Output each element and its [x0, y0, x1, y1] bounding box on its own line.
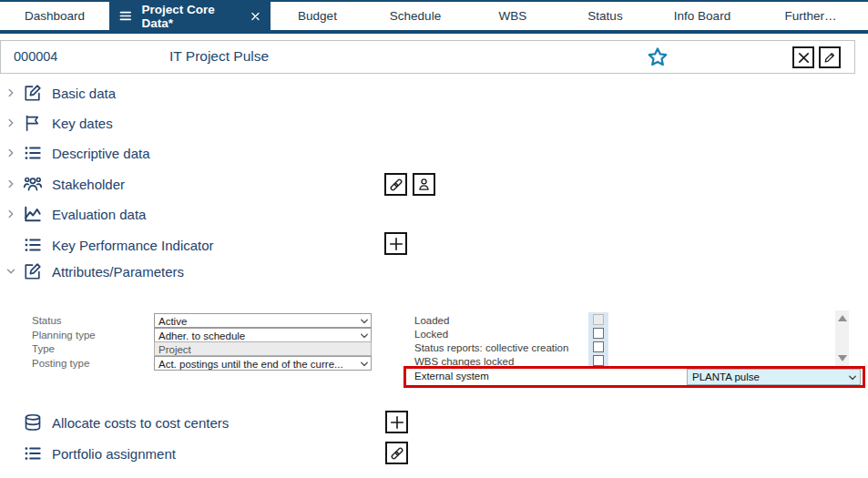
- chevron-right-icon[interactable]: [5, 117, 17, 129]
- plus-icon: [389, 414, 405, 431]
- edit-square-icon: [23, 83, 43, 103]
- loaded-label: Loaded: [414, 314, 587, 328]
- edit-square-icon: [23, 261, 43, 281]
- edit-button[interactable]: [819, 46, 841, 68]
- status-value: Active: [158, 316, 187, 327]
- section-label: Key dates: [52, 116, 113, 131]
- planning-type-label: Planning type: [32, 329, 150, 343]
- tab-dashboard[interactable]: Dashboard: [0, 2, 109, 30]
- pencil-icon: [822, 50, 837, 65]
- tab-budget[interactable]: Budget: [271, 2, 364, 30]
- tab-label: WBS: [499, 9, 527, 23]
- tab-further[interactable]: Further…: [753, 2, 868, 30]
- tab-bar: Dashboard Project Core Data* Budget Sche…: [0, 0, 868, 34]
- status-select[interactable]: Active: [154, 313, 372, 328]
- tab-status[interactable]: Status: [559, 2, 651, 30]
- tab-label: Schedule: [390, 9, 441, 23]
- tab-label: Status: [587, 9, 622, 23]
- flag-icon: [23, 113, 43, 133]
- tab-schedule[interactable]: Schedule: [364, 2, 466, 30]
- database-icon: [23, 412, 43, 432]
- locked-label: Locked: [414, 328, 587, 341]
- people-group-icon: [23, 174, 43, 194]
- external-system-value: PLANTA pulse: [692, 371, 760, 382]
- tab-project-core-data[interactable]: Project Core Data*: [109, 2, 271, 30]
- posting-type-select[interactable]: Act. postings until the end of the curre…: [154, 356, 372, 371]
- vertical-scrollbar[interactable]: [835, 310, 849, 366]
- section-label: Descriptive data: [52, 146, 150, 161]
- planning-type-value: Adher. to schedule: [158, 331, 245, 341]
- section-basic-data[interactable]: Basic data: [0, 82, 868, 104]
- loaded-checkbox: [593, 314, 604, 325]
- section-label: Evaluation data: [52, 207, 146, 222]
- section-key-dates[interactable]: Key dates: [0, 112, 868, 134]
- tab-label: Budget: [298, 9, 337, 23]
- section-label: Key Performance Indicator: [52, 238, 214, 253]
- project-header: 000004 IT Project Pulse: [0, 40, 855, 74]
- close-tab-icon[interactable]: [250, 10, 261, 23]
- tab-info-board[interactable]: Info Board: [651, 2, 753, 30]
- project-id: 000004: [14, 49, 57, 64]
- chevron-down-icon: [360, 360, 369, 369]
- status-label: Status: [32, 314, 150, 329]
- section-allocate-costs[interactable]: Allocate costs to cost centers: [0, 412, 868, 433]
- add-cost-center-button[interactable]: [385, 411, 408, 433]
- area-chart-icon: [23, 204, 43, 224]
- chevron-down-icon: [360, 317, 369, 326]
- chevron-down-icon: [360, 331, 369, 341]
- locked-checkbox[interactable]: [593, 328, 604, 339]
- posting-type-label: Posting type: [32, 357, 150, 371]
- external-system-select[interactable]: PLANTA pulse: [687, 369, 861, 385]
- external-system-highlight: External system PLANTA pulse: [403, 366, 865, 388]
- section-label: Attributes/Parameters: [52, 264, 184, 280]
- section-evaluation-data[interactable]: Evaluation data: [0, 203, 868, 225]
- tab-label: Info Board: [674, 9, 730, 23]
- project-title: IT Project Pulse: [169, 48, 269, 65]
- external-system-label: External system: [414, 371, 489, 381]
- status-reports-checkbox[interactable]: [593, 341, 604, 352]
- section-portfolio-assignment[interactable]: Portfolio assignment: [0, 442, 868, 464]
- scroll-down-arrow-icon[interactable]: [838, 355, 847, 361]
- section-label: Basic data: [52, 86, 116, 101]
- link-portfolio-button[interactable]: [385, 442, 408, 464]
- chevron-right-icon[interactable]: [5, 178, 17, 190]
- delete-button[interactable]: [792, 46, 814, 68]
- section-stakeholder[interactable]: Stakeholder: [0, 173, 868, 195]
- posting-type-value: Act. postings until the end of the curre…: [158, 359, 343, 370]
- link-icon: [389, 445, 405, 462]
- chevron-right-icon[interactable]: [5, 86, 17, 99]
- chevron-right-icon[interactable]: [5, 147, 17, 159]
- favorite-star-icon[interactable]: [647, 46, 669, 68]
- tab-wbs[interactable]: WBS: [466, 2, 559, 30]
- tab-label: Project Core Data*: [142, 3, 241, 30]
- tab-label: Dashboard: [25, 9, 85, 23]
- bulleted-list-icon: [23, 443, 43, 463]
- hamburger-menu-icon[interactable]: [118, 8, 133, 24]
- section-label: Portfolio assignment: [52, 446, 176, 462]
- wbs-changes-locked-checkbox[interactable]: [593, 355, 604, 366]
- add-person-button[interactable]: [413, 173, 435, 196]
- section-attributes-parameters[interactable]: Attributes/Parameters: [0, 260, 868, 282]
- type-value: Project: [158, 344, 191, 355]
- person-icon: [416, 177, 432, 192]
- x-icon: [796, 50, 812, 66]
- planning-type-select[interactable]: Adher. to schedule: [154, 328, 372, 342]
- bulleted-list-icon: [23, 235, 43, 255]
- bulleted-list-icon: [23, 143, 43, 163]
- status-reports-label: Status reports: collective creation: [414, 341, 587, 355]
- section-label: Allocate costs to cost centers: [52, 415, 229, 431]
- add-kpi-button[interactable]: [384, 232, 407, 255]
- chevron-down-icon: [848, 373, 857, 382]
- section-label: Stakeholder: [52, 177, 125, 192]
- chevron-down-icon[interactable]: [5, 265, 17, 278]
- chevron-right-icon[interactable]: [5, 208, 17, 220]
- type-readonly-field: Project: [154, 341, 372, 356]
- planta-project-window: Dashboard Project Core Data* Budget Sche…: [0, 0, 868, 478]
- section-descriptive-data[interactable]: Descriptive data: [0, 142, 868, 164]
- link-icon: [388, 177, 404, 193]
- type-label: Type: [32, 342, 150, 357]
- plus-icon: [388, 236, 404, 252]
- scroll-up-arrow-icon[interactable]: [838, 315, 847, 321]
- link-stakeholder-button[interactable]: [384, 173, 407, 196]
- section-key-performance-indicator[interactable]: Key Performance Indicator: [0, 234, 868, 256]
